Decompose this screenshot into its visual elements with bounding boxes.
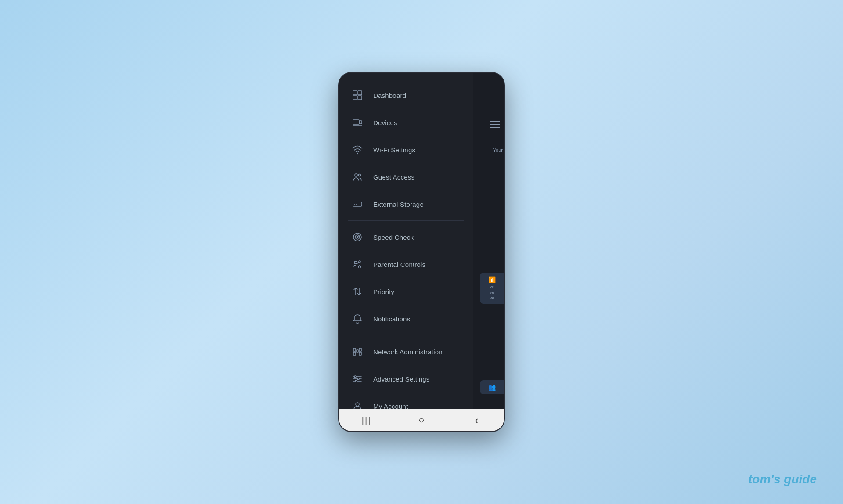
bg-your-label: Your: [492, 145, 504, 155]
storage-label: External Storage: [373, 201, 424, 208]
svg-rect-2: [353, 96, 357, 100]
network-admin-icon: [351, 346, 364, 358]
priority-icon: [351, 285, 364, 298]
bg-wifi-card: 📶 ve ve ve: [480, 273, 504, 304]
bg-wifi-icon: 📶: [488, 276, 496, 283]
bg-ve-1: ve: [490, 284, 494, 289]
svg-point-18: [359, 261, 360, 263]
svg-rect-27: [359, 352, 361, 355]
svg-point-33: [355, 380, 357, 382]
parental-icon: [351, 258, 364, 270]
dashboard-icon: [351, 89, 364, 101]
dashboard-label: Dashboard: [373, 92, 406, 99]
nav-item-wifi[interactable]: Wi-Fi Settings: [339, 136, 473, 163]
bg-ve-3: ve: [490, 296, 494, 300]
svg-point-34: [356, 403, 359, 406]
svg-point-31: [354, 376, 356, 378]
bottom-nav-recents[interactable]: |||: [356, 411, 378, 429]
guest-label: Guest Access: [373, 173, 414, 181]
account-label: My Account: [373, 403, 408, 410]
svg-rect-1: [358, 91, 362, 95]
svg-rect-24: [353, 352, 356, 355]
nav-item-dashboard[interactable]: Dashboard: [339, 82, 473, 109]
nav-item-guest[interactable]: Guest Access: [339, 163, 473, 191]
account-icon: [351, 400, 364, 409]
background-app: Your 📶 ve ve ve 👥: [478, 73, 504, 431]
svg-rect-4: [353, 120, 359, 124]
speedcheck-label: Speed Check: [373, 234, 414, 241]
bg-guest-icon: 👥: [488, 384, 496, 391]
notifications-label: Notifications: [373, 315, 410, 323]
advanced-label: Advanced Settings: [373, 375, 429, 383]
toms-guide-watermark: tom's guide: [748, 472, 817, 486]
storage-icon: [351, 198, 364, 210]
svg-rect-25: [357, 350, 358, 352]
svg-point-7: [357, 153, 358, 154]
svg-rect-23: [353, 348, 356, 351]
advanced-settings-icon: [351, 373, 364, 385]
bg-ve-2: ve: [490, 290, 494, 295]
bottom-nav-back[interactable]: ‹: [465, 411, 487, 429]
priority-label: Priority: [373, 288, 394, 295]
hamburger-icon: [490, 121, 500, 128]
svg-point-17: [354, 261, 357, 264]
bottom-nav-home[interactable]: ○: [411, 411, 432, 429]
svg-rect-5: [359, 121, 362, 124]
bottom-nav-bar: ||| ○ ‹: [339, 409, 504, 431]
nav-drawer: Dashboard Devices Wi-Fi S: [339, 73, 473, 409]
svg-point-20: [358, 263, 359, 263]
parental-label: Parental Controls: [373, 261, 425, 268]
nav-item-account[interactable]: My Account: [339, 392, 473, 409]
network-admin-label: Network Administration: [373, 348, 443, 356]
nav-item-network-admin[interactable]: Network Administration: [339, 338, 473, 365]
wifi-label: Wi-Fi Settings: [373, 146, 415, 154]
nav-item-parental[interactable]: Parental Controls: [339, 251, 473, 278]
svg-point-9: [359, 174, 361, 176]
svg-point-32: [357, 378, 359, 380]
divider-2: [348, 335, 464, 335]
devices-label: Devices: [373, 119, 397, 126]
guest-icon: [351, 171, 364, 183]
nav-item-storage[interactable]: External Storage: [339, 191, 473, 218]
devices-icon: [351, 116, 364, 129]
svg-point-8: [355, 174, 357, 176]
bg-guest-card: 👥: [480, 380, 504, 394]
phone-container: Your 📶 ve ve ve 👥 Dashboard: [338, 72, 505, 432]
divider-1: [348, 220, 464, 221]
nav-item-speedcheck[interactable]: Speed Check: [339, 223, 473, 251]
svg-rect-0: [353, 91, 357, 95]
nav-item-priority[interactable]: Priority: [339, 278, 473, 305]
notifications-icon: [351, 313, 364, 325]
svg-rect-26: [359, 348, 361, 351]
nav-item-notifications[interactable]: Notifications: [339, 305, 473, 332]
nav-item-advanced[interactable]: Advanced Settings: [339, 365, 473, 392]
speedcheck-icon: [351, 231, 364, 243]
wifi-icon: [351, 144, 364, 156]
svg-rect-3: [358, 96, 362, 100]
nav-item-devices[interactable]: Devices: [339, 109, 473, 136]
